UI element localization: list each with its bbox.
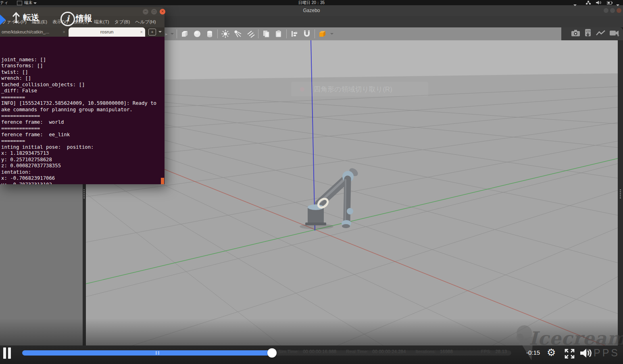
paste-icon[interactable] xyxy=(274,29,283,39)
terminal-line: ientation: xyxy=(1,169,165,176)
terminal-line: INFO] [1555241732.585624009, 10.59800000… xyxy=(1,100,165,107)
terminal-close-button[interactable]: × xyxy=(160,9,165,15)
tab-close-icon[interactable]: × xyxy=(63,27,65,37)
terminal-window: − □ × ファイル(F)編集(E)表示(V)検索(S)端末(T)タブ(B)ヘル… xyxy=(0,7,165,184)
progress-handle[interactable] xyxy=(267,348,277,358)
tab-catkin[interactable]: ome/ktakeuchi/catkin_... × xyxy=(0,27,68,37)
gazebo-maximize-button[interactable] xyxy=(610,8,615,13)
progress-fill xyxy=(22,350,272,356)
ghost-menu-bullet xyxy=(300,87,304,92)
snap-magnet-icon[interactable] xyxy=(302,29,312,39)
terminal-line: x: -0.706823917066 xyxy=(1,175,165,182)
clock[interactable]: 日曜日 20：35 xyxy=(0,0,623,5)
plot-icon[interactable] xyxy=(596,29,606,38)
spot-light-icon[interactable] xyxy=(233,29,243,39)
toolbar-separator xyxy=(315,29,315,38)
tab-list-caret[interactable] xyxy=(158,31,162,33)
terminal-menu-item[interactable]: 端末(T) xyxy=(94,19,109,25)
screenshot-camera-icon[interactable] xyxy=(571,29,581,39)
terminal-line: x: 1.18293475713 xyxy=(1,150,165,157)
terminal-line: z: 0.000827037738355 xyxy=(1,163,165,169)
play-arrow-icon xyxy=(0,15,6,25)
time-remaining: -0:15 xyxy=(526,349,540,356)
pause-button[interactable] xyxy=(3,347,15,359)
gazebo-capture-toolbar: LOG xyxy=(561,27,623,40)
splitter-grip[interactable] xyxy=(83,189,85,198)
info-label: 情報 xyxy=(76,13,92,24)
terminal-line: joint_names: [] xyxy=(1,57,165,63)
volume-icon-player[interactable] xyxy=(580,347,593,360)
log-save-icon[interactable]: LOG xyxy=(584,29,592,39)
settings-gear-icon[interactable]: ⚙ xyxy=(547,347,556,358)
session-dropdown-caret[interactable] xyxy=(616,2,619,7)
insert-orange-box-icon[interactable] xyxy=(318,29,327,39)
new-tab-button[interactable]: + xyxy=(148,29,156,35)
terminal-output[interactable]: joint_names: []transforms: []twist: []wr… xyxy=(0,37,165,184)
gazebo-minimize-button[interactable] xyxy=(604,8,608,13)
watermark-title: Icecream xyxy=(529,328,623,349)
point-light-icon[interactable] xyxy=(221,29,230,39)
system-top-bar: ティ 端末 日曜日 20：35 xyxy=(0,0,623,5)
info-icon: i xyxy=(60,12,75,26)
tab-label: rosrun xyxy=(100,29,114,34)
align-icon[interactable] xyxy=(290,29,299,39)
video-record-icon[interactable] xyxy=(609,29,620,38)
forearm xyxy=(347,179,348,223)
terminal-line: ======== xyxy=(1,138,165,144)
terminal-line: _diff: False xyxy=(1,88,165,94)
terminal-tabbar: ome/ktakeuchi/catkin_... × rosrun × + xyxy=(0,27,165,37)
terminal-menu-item[interactable]: ヘルプ(H) xyxy=(135,19,156,25)
toolbar-separator xyxy=(258,29,258,38)
cylinder-icon[interactable] xyxy=(205,29,215,39)
wrist-side-joint xyxy=(347,208,353,214)
terminal-line: inting initial pose: position: xyxy=(1,144,165,151)
toolbar-separator xyxy=(177,29,177,38)
terminal-maximize-button[interactable]: □ xyxy=(151,9,157,15)
volume-icon[interactable] xyxy=(596,0,601,6)
terminal-line: ake commands for planning group manipula… xyxy=(1,107,165,113)
right-panel-splitter[interactable] xyxy=(618,40,623,345)
splitter-grip[interactable] xyxy=(620,189,621,198)
tab-rosrun[interactable]: rosrun × xyxy=(69,27,145,37)
terminal-line: ======== xyxy=(1,94,165,101)
terminal-line: y: 0.257102758628 xyxy=(1,157,165,163)
ghost-region-menu: 四角形の領域切り取り(R) xyxy=(291,82,428,96)
box-icon[interactable] xyxy=(180,29,190,39)
screen: ティ 端末 日曜日 20：35 Gazebo ▸ xyxy=(0,0,623,364)
gazebo-pause-glyph xyxy=(158,351,159,355)
battery-icon[interactable] xyxy=(607,1,613,6)
tab-close-icon[interactable]: × xyxy=(140,27,143,37)
select-tool-partial-icon[interactable]: ▸ xyxy=(165,31,168,37)
sphere-icon[interactable] xyxy=(192,29,202,39)
ghost-menu-label: 四角形の領域切り取り(R) xyxy=(314,85,392,94)
terminal-line: ============= xyxy=(1,113,165,119)
copy-icon[interactable] xyxy=(261,29,271,39)
terminal-line: ============= xyxy=(1,125,165,132)
tool-dropdown-caret[interactable] xyxy=(171,33,174,35)
terminal-line: ference frame: world xyxy=(1,119,165,126)
tab-label: ome/ktakeuchi/catkin_... xyxy=(2,29,49,34)
upload-icon xyxy=(11,11,21,26)
gazebo-pause-glyph xyxy=(156,351,157,355)
terminal-line: tached_collision_objects: [] xyxy=(1,82,165,88)
terminal-line: transforms: [] xyxy=(1,63,165,69)
terminal-minimize-button[interactable]: − xyxy=(143,9,148,15)
terminal-line: wrench: [] xyxy=(1,75,165,82)
terminal-line: twist: [] xyxy=(1,69,165,76)
terminal-line: ference frame: ee_link xyxy=(1,132,165,138)
transfer-label: 転送 xyxy=(23,12,39,23)
insert-dropdown-caret[interactable] xyxy=(330,33,333,35)
base-flange xyxy=(305,223,326,225)
wrist-lower xyxy=(342,224,350,228)
terminal-menu-item[interactable]: タブ(B) xyxy=(114,19,130,25)
network-icon[interactable] xyxy=(586,1,591,6)
directional-light-icon[interactable] xyxy=(246,29,255,39)
fullscreen-icon[interactable] xyxy=(564,348,575,361)
terminal-line: y: -0.70737313102 xyxy=(1,182,165,185)
toolbar-separator xyxy=(286,29,287,38)
forearm-highlight xyxy=(345,180,346,222)
gazebo-close-button[interactable] xyxy=(617,8,621,13)
toolbar-separator xyxy=(217,29,218,38)
progress-track[interactable] xyxy=(22,350,511,356)
tray-dropdown-caret[interactable] xyxy=(573,2,577,7)
